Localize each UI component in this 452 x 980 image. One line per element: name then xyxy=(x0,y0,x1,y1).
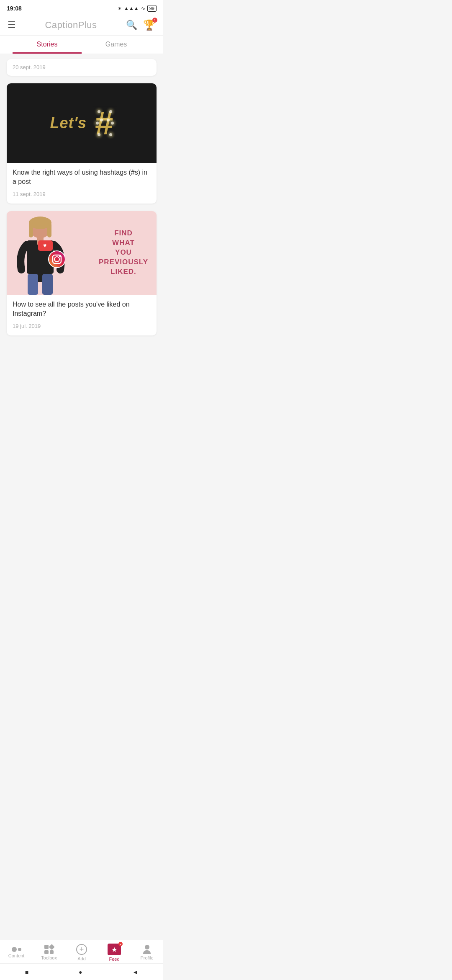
instagram-card-image: ♥ FIND WHAT YOU PREVIOUSLY LIKED. xyxy=(7,211,157,295)
trophy-badge: 1 xyxy=(152,18,157,23)
header: ☰ CaptionPlus 🔍 🏆 1 xyxy=(0,15,163,36)
hash-symbol: # xyxy=(95,107,113,139)
hashtag-card-title: Know the right ways of using hashtags (#… xyxy=(13,168,151,187)
instagram-card-text: How to see all the posts you've liked on… xyxy=(7,295,157,335)
app-title: CaptionPlus xyxy=(45,20,97,31)
hashtag-card-date: 11 sept. 2019 xyxy=(13,191,46,197)
hashtag-card-text: Know the right ways of using hashtags (#… xyxy=(7,163,157,204)
svg-rect-3 xyxy=(47,223,51,237)
find-text-block: FIND WHAT YOU PREVIOUSLY LIKED. xyxy=(99,224,148,281)
card-truncated-date: 20 sept. 2019 xyxy=(13,64,46,70)
card-hashtag[interactable]: Let's # Know the right ways of using has… xyxy=(7,83,157,204)
status-bar: 19:08 ∗ ▲▲▲ ∿ 99 xyxy=(0,0,163,15)
bluetooth-icon: ∗ xyxy=(118,5,122,11)
tab-games[interactable]: Games xyxy=(82,36,151,54)
svg-point-12 xyxy=(59,255,61,257)
menu-icon[interactable]: ☰ xyxy=(8,20,16,31)
hashtag-card-image: Let's # xyxy=(7,83,157,163)
card-truncated[interactable]: 20 sept. 2019 xyxy=(7,59,157,76)
status-time: 19:08 xyxy=(7,5,22,12)
svg-rect-7 xyxy=(28,274,38,295)
tab-stories[interactable]: Stories xyxy=(13,36,82,54)
svg-rect-8 xyxy=(42,274,53,295)
header-actions: 🔍 🏆 1 xyxy=(126,19,156,31)
lets-text: Let's xyxy=(50,114,87,132)
battery-icon: 99 xyxy=(147,5,157,12)
instagram-card-date: 19 jul. 2019 xyxy=(13,323,41,329)
signal-icon: ▲▲▲ xyxy=(124,5,139,11)
status-icons: ∗ ▲▲▲ ∿ 99 xyxy=(118,5,157,12)
svg-rect-2 xyxy=(29,223,33,237)
trophy-button[interactable]: 🏆 1 xyxy=(143,19,156,31)
hash-symbol-container: # xyxy=(95,107,113,139)
wifi-icon: ∿ xyxy=(141,5,145,11)
instagram-card-title: How to see all the posts you've liked on… xyxy=(13,300,151,319)
svg-point-9 xyxy=(49,251,65,268)
search-icon[interactable]: 🔍 xyxy=(126,20,137,31)
tab-bar: Stories Games xyxy=(0,36,163,54)
svg-text:♥: ♥ xyxy=(43,242,46,249)
find-text: FIND WHAT YOU PREVIOUSLY LIKED. xyxy=(99,229,148,277)
card-instagram[interactable]: ♥ FIND WHAT YOU PREVIOUSLY LIKED. xyxy=(7,211,157,335)
person-svg: ♥ xyxy=(15,211,65,295)
content-area: 20 sept. 2019 Let's # Know t xyxy=(0,54,163,385)
